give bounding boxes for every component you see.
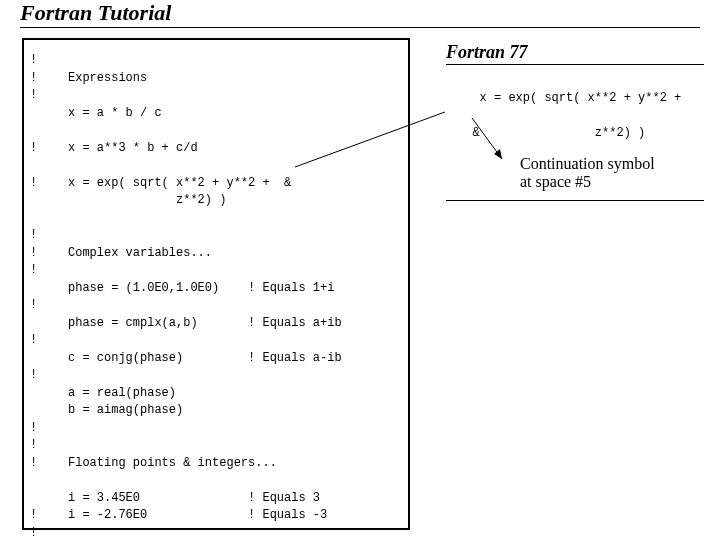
code-body: Expressions x = a * b / c x = a**3 * b +… xyxy=(68,52,342,540)
callout-line1: Continuation symbol xyxy=(520,155,655,172)
callout-underline xyxy=(446,200,704,201)
callout-line2: at space #5 xyxy=(520,173,591,190)
callout-text: Continuation symbol at space #5 xyxy=(520,155,655,191)
fortran77-code: x = exp( sqrt( x**2 + y**2 + & z**2) ) xyxy=(458,90,681,143)
page-title: Fortran Tutorial xyxy=(20,0,171,26)
title-underline xyxy=(20,27,700,28)
code-comment-markers: ! ! ! ! ! ! ! ! ! ! ! ! ! ! ! ! ! ! xyxy=(30,52,37,540)
svg-marker-2 xyxy=(494,149,502,159)
fortran77-heading: Fortran 77 xyxy=(446,42,528,63)
fortran77-underline xyxy=(446,64,704,65)
